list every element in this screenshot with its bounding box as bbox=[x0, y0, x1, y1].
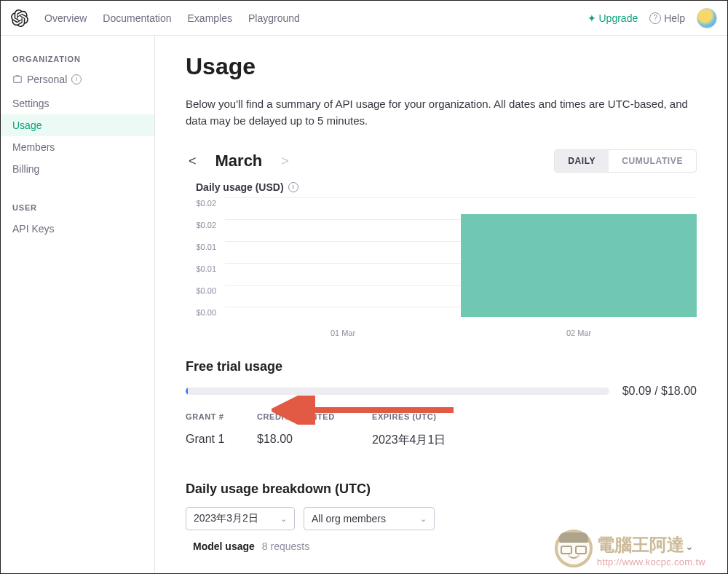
grant-col-expires: EXPIRES (UTC) bbox=[372, 412, 697, 421]
next-month-button[interactable]: > bbox=[278, 152, 292, 170]
breakdown-title: Daily usage breakdown (UTC) bbox=[186, 481, 697, 497]
svg-rect-0 bbox=[14, 76, 22, 83]
progress-fill bbox=[186, 388, 188, 395]
grant-col-number: GRANT # bbox=[186, 412, 237, 421]
chart-title: Daily usage (USD) i bbox=[196, 181, 697, 193]
help-icon: ? bbox=[649, 12, 661, 24]
sidebar-item-usage[interactable]: Usage bbox=[1, 114, 154, 136]
watermark-url: http://www.kocpc.com.tw bbox=[597, 557, 705, 567]
sidebar-item-api-keys[interactable]: API Keys bbox=[1, 218, 154, 240]
help-link[interactable]: ? Help bbox=[649, 12, 685, 24]
sidebar-item-members[interactable]: Members bbox=[1, 136, 154, 158]
sidebar-heading-organization: ORGANIZATION bbox=[1, 49, 154, 69]
sidebar: ORGANIZATION Personal i Settings Usage M… bbox=[1, 36, 155, 573]
sidebar-item-settings[interactable]: Settings bbox=[1, 93, 154, 114]
logo-icon bbox=[11, 9, 28, 27]
grant-row: Grant 1 $18.00 2023年4月1日 bbox=[186, 425, 697, 455]
sidebar-personal[interactable]: Personal i bbox=[1, 69, 154, 93]
top-header: Overview Documentation Examples Playgrou… bbox=[1, 1, 727, 36]
nav-playground[interactable]: Playground bbox=[248, 12, 300, 24]
personal-icon bbox=[12, 74, 23, 84]
chart-y-axis: $0.02$0.02$0.01$0.01$0.00$0.00 bbox=[186, 197, 225, 329]
main-content: Usage Below you'll find a summary of API… bbox=[155, 36, 727, 573]
info-icon: i bbox=[288, 182, 298, 192]
free-trial-progress bbox=[186, 388, 609, 395]
page-title: Usage bbox=[186, 53, 697, 80]
chart-plot bbox=[225, 197, 697, 329]
grant-col-credit: CREDIT GRANTED bbox=[257, 412, 352, 421]
free-trial-amount: $0.09 / $18.00 bbox=[622, 385, 697, 398]
model-usage-row[interactable]: Model usage 8 requests ⌄ bbox=[186, 530, 697, 555]
avatar[interactable] bbox=[697, 8, 717, 28]
chart-bar bbox=[461, 214, 697, 317]
bolt-icon: ✦ bbox=[587, 12, 596, 24]
nav-examples[interactable]: Examples bbox=[188, 12, 232, 24]
view-toggle: DAILY CUMULATIVE bbox=[554, 149, 697, 173]
free-trial-title: Free trial usage bbox=[186, 359, 697, 374]
daily-usage-chart: Daily usage (USD) i $0.02$0.02$0.01$0.01… bbox=[186, 181, 697, 337]
prev-month-button[interactable]: < bbox=[186, 152, 199, 170]
sidebar-item-billing[interactable]: Billing bbox=[1, 158, 154, 180]
nav-overview[interactable]: Overview bbox=[44, 12, 87, 24]
chart-x-axis: 01 Mar02 Mar bbox=[225, 329, 697, 337]
info-icon: i bbox=[71, 74, 82, 84]
chevron-down-icon: ⌄ bbox=[420, 514, 427, 524]
org-member-select[interactable]: All org members ⌄ bbox=[304, 507, 435, 530]
toggle-cumulative[interactable]: CUMULATIVE bbox=[609, 150, 696, 172]
top-nav: Overview Documentation Examples Playgrou… bbox=[44, 12, 300, 24]
month-label: March bbox=[215, 152, 263, 170]
grant-table: GRANT # CREDIT GRANTED EXPIRES (UTC) Gra… bbox=[186, 408, 697, 455]
nav-documentation[interactable]: Documentation bbox=[103, 12, 171, 24]
chevron-down-icon: ⌄ bbox=[685, 540, 694, 552]
page-description: Below you'll find a summary of API usage… bbox=[186, 96, 697, 129]
date-select[interactable]: 2023年3月2日 ⌄ bbox=[186, 507, 295, 530]
chevron-down-icon: ⌄ bbox=[280, 514, 287, 524]
toggle-daily[interactable]: DAILY bbox=[555, 150, 609, 172]
upgrade-link[interactable]: ✦ Upgrade bbox=[587, 12, 638, 24]
sidebar-heading-user: USER bbox=[1, 197, 154, 218]
